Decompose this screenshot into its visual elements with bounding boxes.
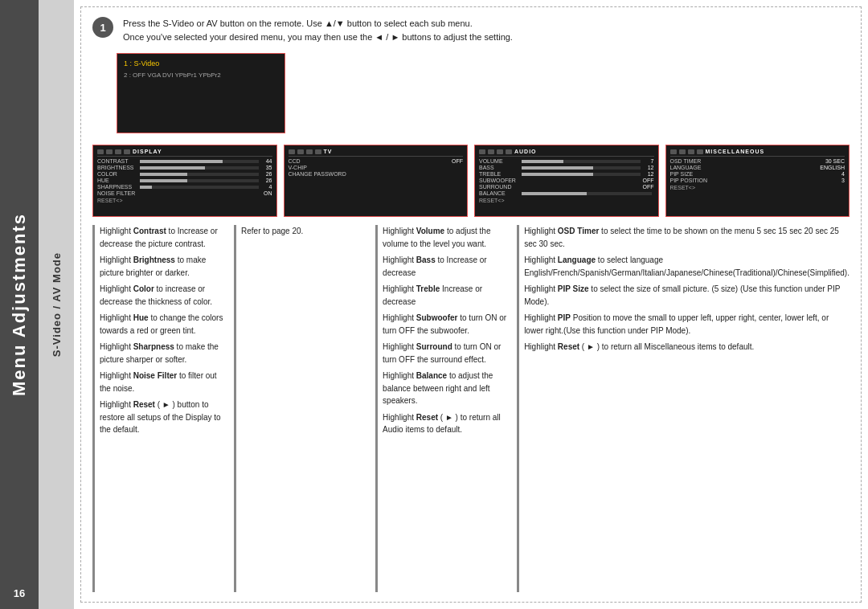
display-row-color: COLOR 26 — [97, 171, 272, 177]
tv-icon1 — [289, 149, 295, 154]
desc-contrast: Highlight Contrast to Increase or decrea… — [100, 225, 226, 250]
main-content: 1 Press the S-Video or AV button on the … — [80, 6, 862, 603]
desc-reset-audio: Highlight Reset ( ► ) to return all Audi… — [383, 411, 509, 436]
misc-icon4 — [697, 149, 703, 154]
panel-display-header: DISPLAY — [97, 149, 272, 157]
misc-row-pip-size: PIP SIZE 4 — [670, 171, 845, 177]
desc-col-display: Highlight Contrast to Increase or decrea… — [92, 225, 226, 592]
desc-language: Highlight Language to select language En… — [524, 254, 850, 279]
desc-subwoofer: Highlight Subwoofer to turn ON or turn O… — [383, 312, 509, 337]
desc-color: Highlight Color to increase or decrease … — [100, 283, 226, 308]
desc-volume: Highlight Volume to adjust the volume to… — [383, 225, 509, 250]
desc-sharpness: Highlight Sharpness to make the picture … — [100, 341, 226, 366]
instruction-line1: Press the S-Video or AV button on the re… — [123, 17, 513, 31]
main-title: Menu Adjustments — [9, 213, 30, 396]
audio-icon4 — [506, 149, 512, 154]
misc-panel-title: MISCELLANEOUS — [706, 149, 765, 154]
desc-col-tv: Refer to page 20. — [234, 225, 367, 592]
desc-reset-display: Highlight Reset ( ► ) button to restore … — [100, 399, 226, 436]
desc-bass: Highlight Bass to Increase or decrease — [383, 254, 509, 279]
tv-icon3 — [306, 149, 313, 154]
misc-row-pip-pos: PIP POSITION 3 — [670, 178, 845, 183]
tv-row-vchip: V-CHIP — [289, 165, 464, 170]
tv-icon4 — [315, 149, 321, 154]
desc-balance: Highlight Balance to adjust the balance … — [383, 370, 509, 407]
audio-icon3 — [497, 149, 503, 154]
page-container: Menu Adjustments 16 S-Video / AV Mode 1 … — [0, 0, 868, 609]
desc-tv-refer: Refer to page 20. — [241, 225, 367, 238]
sub-title: S-Video / AV Mode — [51, 252, 63, 357]
svideo-menu-item1: 1 : S-Video — [124, 59, 278, 68]
misc-icon2 — [679, 149, 686, 154]
tv-icon2 — [297, 149, 304, 154]
panel-misc: MISCELLANEOUS OSD TIMER 30 SEC LANGUAGE … — [665, 145, 850, 217]
audio-icon1 — [479, 149, 485, 154]
misc-icon1 — [670, 149, 677, 154]
panel-icon2 — [106, 149, 113, 154]
audio-row-surround: SURROUND OFF — [479, 184, 654, 190]
tv-row-password: CHANGE PASSWORD — [289, 171, 464, 177]
display-panel-title: DISPLAY — [133, 149, 162, 154]
audio-icon2 — [488, 149, 494, 154]
audio-row-treble: TREBLE 12 — [479, 171, 654, 177]
panel-icon3 — [115, 149, 121, 154]
panel-icon1 — [97, 149, 104, 154]
panel-icon4 — [124, 149, 130, 154]
audio-row-subwoofer: SUBWOOFER OFF — [479, 178, 654, 183]
desc-pip-position: Highlight PIP Position to move the small… — [524, 312, 850, 337]
audio-row-volume: VOLUME 7 — [479, 158, 654, 164]
panel-tv: TV CCD OFF V-CHIP CHANGE PASSWORD — [284, 145, 469, 217]
audio-row-bass: BASS 12 — [479, 165, 654, 170]
desc-surround: Highlight Surround to turn ON or turn OF… — [383, 341, 509, 366]
display-row-brightness: BRIGHTNESS 35 — [97, 165, 272, 170]
misc-row-language: LANGUAGE ENGLISH — [670, 165, 845, 170]
display-row-noise: NOISE FILTER ON — [97, 190, 272, 196]
panel-audio: AUDIO VOLUME 7 BASS 12 TREBLE 12 — [474, 145, 659, 217]
instruction-line2: Once you've selected your desired menu, … — [123, 31, 513, 44]
misc-row-osd: OSD TIMER 30 SEC — [670, 158, 845, 164]
audio-row-balance: BALANCE — [479, 190, 654, 196]
panel-misc-header: MISCELLANEOUS — [670, 149, 845, 157]
panel-tv-header: TV — [289, 149, 464, 157]
desc-col-misc: Highlight OSD Timer to select the time t… — [517, 225, 850, 592]
display-row-sharpness: SHARPNESS 4 — [97, 184, 272, 190]
desc-brightness: Highlight Brightness to make picture bri… — [100, 254, 226, 279]
descriptions-row: Highlight Contrast to Increase or decrea… — [92, 225, 850, 592]
misc-reset: RESET<> — [670, 185, 845, 190]
second-sidebar: S-Video / AV Mode — [39, 0, 74, 609]
instructions: 1 Press the S-Video or AV button on the … — [92, 17, 850, 43]
desc-noisefilter: Highlight Noise Filter to filter out the… — [100, 370, 226, 394]
desc-reset-misc: Highlight Reset ( ► ) to return all Misc… — [524, 341, 850, 354]
tv-panel-title: TV — [324, 149, 333, 154]
panels-row: DISPLAY CONTRAST 44 BRIGHTNESS 35 COLOR … — [92, 145, 850, 217]
desc-hue: Highlight Hue to change the colors towar… — [100, 312, 226, 337]
display-reset: RESET<> — [97, 198, 272, 203]
instruction-text: Press the S-Video or AV button on the re… — [123, 17, 513, 43]
tv-row-ccd: CCD OFF — [289, 158, 464, 164]
desc-osd-timer: Highlight OSD Timer to select the time t… — [524, 225, 850, 250]
step-circle: 1 — [92, 17, 113, 38]
desc-pip-size: Highlight PIP Size to select the size of… — [524, 283, 850, 308]
svideo-menu-area: 1 : S-Video 2 : OFF VGA DVI YPbPr1 YPbPr… — [117, 53, 850, 133]
display-row-contrast: CONTRAST 44 — [97, 158, 272, 164]
audio-reset: RESET<> — [479, 198, 654, 203]
desc-treble: Highlight Treble Increase or decrease — [383, 283, 509, 308]
svideo-menu-item2: 2 : OFF VGA DVI YPbPr1 YPbPr2 — [124, 72, 278, 79]
desc-col-audio: Highlight Volume to adjust the volume to… — [375, 225, 509, 592]
panel-display: DISPLAY CONTRAST 44 BRIGHTNESS 35 COLOR … — [92, 145, 277, 217]
panel-audio-header: AUDIO — [479, 149, 654, 157]
audio-panel-title: AUDIO — [514, 149, 537, 154]
page-number: 16 — [0, 587, 39, 599]
left-sidebar: Menu Adjustments 16 — [0, 0, 39, 609]
display-row-hue: HUE 26 — [97, 178, 272, 183]
svideo-menu-screenshot: 1 : S-Video 2 : OFF VGA DVI YPbPr1 YPbPr… — [117, 53, 285, 133]
misc-icon3 — [688, 149, 694, 154]
